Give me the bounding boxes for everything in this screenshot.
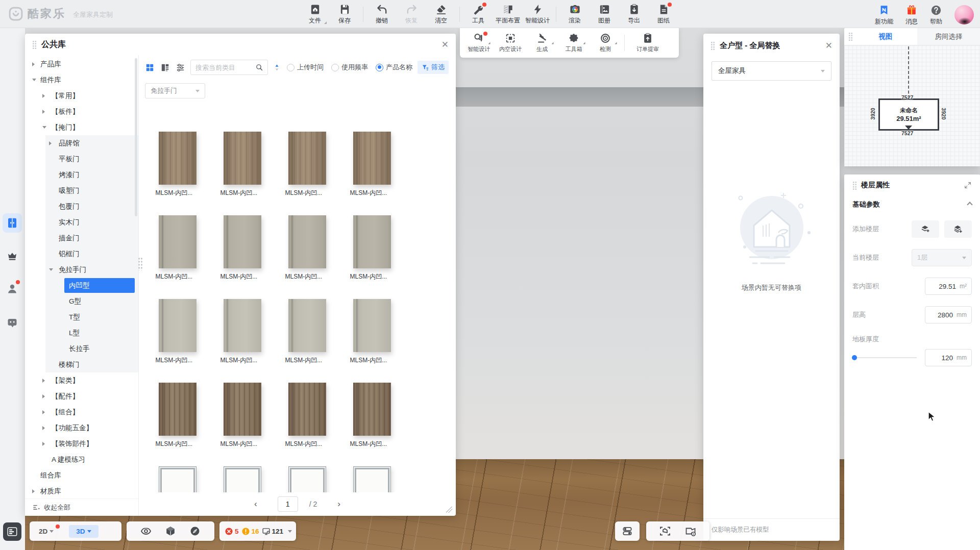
inner-area-input[interactable]: 29.51 m² [925, 278, 972, 295]
sort-radio-2[interactable]: 产品名称 [376, 63, 412, 72]
topright-item-newfeature[interactable]: 新功能 [875, 3, 893, 26]
walkthrough-icon[interactable] [189, 526, 201, 537]
product-item[interactable]: MLSM-内凹... [339, 374, 404, 458]
rail-item-assistant[interactable] [3, 313, 22, 332]
product-item[interactable]: MLSM-内凹... [339, 291, 404, 374]
close-icon[interactable]: ✕ [825, 41, 832, 50]
minimap-tab-1[interactable]: 房间选择 [917, 28, 980, 45]
toolbar-item-export[interactable]: 导出 [619, 2, 649, 27]
drag-handle-icon[interactable] [710, 41, 715, 50]
toolbar-item-redo[interactable]: 恢复 [397, 2, 426, 27]
product-item[interactable]: MLSM-内凹... [339, 207, 404, 291]
tree-item-27[interactable]: 材质库 [25, 483, 138, 499]
product-item[interactable]: MLSM-内凹... [275, 207, 339, 291]
cube-view-icon[interactable] [165, 526, 176, 537]
display-settings-icon[interactable] [176, 63, 185, 72]
tree-item-14[interactable]: 内凹型 [25, 278, 138, 293]
panel-resize-handle[interactable] [446, 507, 452, 513]
tree-item-4[interactable]: 【掩门】 [25, 119, 138, 135]
filter-button[interactable]: 筛选 [418, 61, 449, 74]
product-item[interactable] [339, 458, 404, 492]
thickness-input[interactable]: 120 mm [925, 349, 972, 366]
tree-item-7[interactable]: 烤漆门 [25, 167, 138, 183]
tree-item-22[interactable]: 【组合】 [25, 404, 138, 420]
floorplan-map[interactable]: 未命名 29.51m² 7527 7527 3920 3920 [844, 45, 980, 166]
visibility-icon[interactable] [140, 526, 152, 537]
tree-item-5[interactable]: 品牌馆 [25, 135, 138, 151]
toolbar-item-clear[interactable]: 清空 [426, 2, 456, 27]
tree-item-25[interactable]: A 建模练习 [25, 452, 138, 467]
chevron-up-icon[interactable] [967, 202, 972, 207]
design-tool-generate[interactable]: 生成 [526, 30, 558, 56]
toolbar-item-file[interactable]: 文件 [300, 2, 330, 27]
next-page-button[interactable]: › [337, 499, 340, 509]
product-item[interactable]: MLSM-内凹... [145, 207, 210, 291]
sort-radio-1[interactable]: 使用频率 [331, 63, 368, 72]
toolbar-item-render[interactable]: 渲染 [560, 2, 590, 27]
product-item[interactable] [275, 458, 339, 492]
tree-item-6[interactable]: 平板门 [25, 151, 138, 167]
toolbar-item-album[interactable]: 图册 [590, 2, 619, 27]
slider-thumb[interactable] [852, 355, 857, 360]
toolbar-item-smartdesign[interactable]: 智能设计 [523, 2, 552, 27]
tree-item-8[interactable]: 吸塑门 [25, 183, 138, 198]
product-item[interactable]: MLSM-内凹... [275, 291, 339, 374]
tree-item-23[interactable]: 【功能五金】 [25, 420, 138, 436]
list-view-icon[interactable] [160, 63, 170, 72]
tree-item-13[interactable]: 免拉手门 [25, 262, 138, 278]
tree-item-19[interactable]: 楼梯门 [25, 357, 138, 372]
tree-item-1[interactable]: 组件库 [25, 72, 138, 88]
issue-counter-2[interactable]: 121 [262, 527, 284, 536]
tree-item-26[interactable]: 组合库 [25, 467, 138, 483]
tree-item-21[interactable]: 【配件】 [25, 388, 138, 404]
expand-icon[interactable] [964, 181, 972, 189]
issue-counter-0[interactable]: 5 [225, 527, 239, 536]
current-floor-select[interactable]: 1层 [912, 249, 972, 266]
design-tool-toolbox[interactable]: 工具箱 [558, 30, 590, 56]
topright-item-help[interactable]: 帮助 [930, 3, 942, 26]
tree-item-20[interactable]: 【架类】 [25, 372, 138, 388]
drag-handle-icon[interactable] [848, 32, 853, 41]
product-item[interactable]: MLSM-内凹... [145, 123, 210, 207]
product-item[interactable]: MLSM-内凹... [210, 123, 275, 207]
product-item[interactable]: MLSM-内凹... [210, 291, 275, 374]
prev-page-button[interactable]: ‹ [254, 499, 257, 509]
toolbar-item-floorplan[interactable]: 平面布置 [493, 2, 523, 27]
sort-direction-icon[interactable] [273, 62, 281, 73]
mode-3d-button[interactable]: 3D [69, 525, 98, 538]
topright-item-message[interactable]: 消息 [905, 3, 918, 26]
product-item[interactable]: MLSM-内凹... [145, 291, 210, 374]
sort-radio-0[interactable]: 上传时间 [287, 63, 324, 72]
floor-height-input[interactable]: 2800 mm [925, 306, 972, 323]
tree-item-3[interactable]: 【板件】 [25, 104, 138, 119]
product-item[interactable]: MLSM-内凹... [210, 207, 275, 291]
toolbar-item-save[interactable]: 保存 [330, 2, 359, 27]
design-tool-inner-design[interactable]: 内空设计 [495, 30, 526, 56]
design-tool-order-submit[interactable]: 订单提审 [628, 30, 668, 56]
rail-item-library[interactable] [3, 213, 22, 233]
tree-item-2[interactable]: 【常用】 [25, 88, 138, 104]
tree-item-11[interactable]: 描金门 [25, 230, 138, 246]
toolbar-item-tools[interactable]: 工具 [463, 2, 493, 27]
rail-item-account[interactable] [3, 279, 22, 298]
display-toggles-icon[interactable] [622, 526, 633, 537]
design-tool-detect[interactable]: 检测 [590, 30, 621, 56]
mode-2d-button[interactable]: 2D [36, 526, 57, 537]
product-item[interactable]: MLSM-内凹... [275, 123, 339, 207]
tree-item-9[interactable]: 包覆门 [25, 198, 138, 214]
search-box[interactable] [190, 60, 268, 75]
tree-item-18[interactable]: 长拉手 [25, 341, 138, 357]
product-item[interactable]: MLSM-内凹... [145, 374, 210, 458]
tree-splitter-handle[interactable] [138, 257, 143, 270]
camera-settings-icon[interactable] [684, 525, 697, 537]
product-item[interactable] [210, 458, 275, 492]
tree-item-15[interactable]: G型 [25, 293, 138, 309]
grid-view-icon[interactable] [145, 63, 155, 72]
design-tool-smart-design[interactable]: 智能设计 [463, 30, 495, 56]
tree-scrollbar[interactable] [135, 58, 137, 216]
product-item[interactable]: MLSM-内凹... [339, 123, 404, 207]
tree-item-17[interactable]: L型 [25, 325, 138, 341]
camera-frame-icon[interactable] [659, 525, 671, 537]
tree-item-24[interactable]: 【装饰部件】 [25, 436, 138, 452]
collapse-all-button[interactable]: 收起全部 [25, 498, 138, 516]
